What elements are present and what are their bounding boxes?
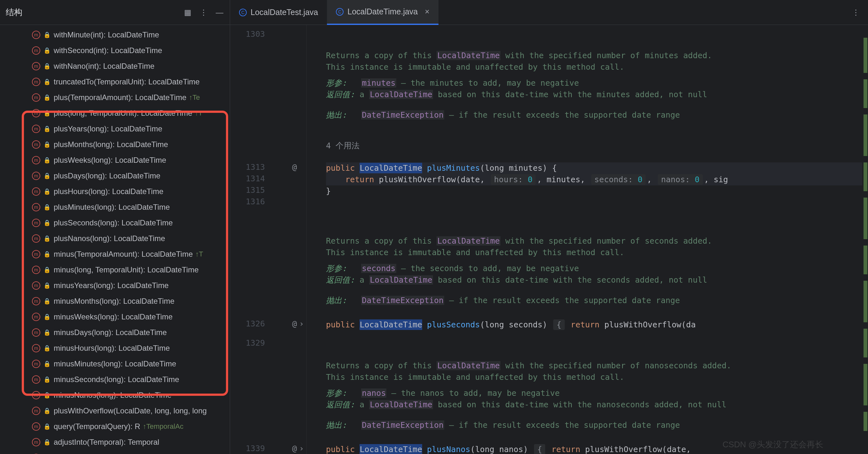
struct-item[interactable]: m 🔒 minus(long, TemporalUnit): LocalDate…	[0, 262, 230, 277]
struct-item[interactable]: m 🔒 withSecond(int): LocalDateTime	[0, 42, 230, 58]
method-icon: m	[32, 297, 40, 305]
struct-item[interactable]: m 🔒 minusSeconds(long): LocalDateTime	[0, 371, 230, 387]
gutter-marker[interactable]: @	[292, 319, 297, 328]
code-line[interactable]: 形参: seconds – the seconds to add, may be…	[326, 263, 868, 274]
code-line[interactable]: This instance is immutable and unaffecte…	[326, 247, 868, 258]
struct-item[interactable]: m 🔒 query(TemporalQuery): R ↑TemporalAc	[0, 419, 230, 434]
method-signature: plusSeconds(long): LocalDateTime	[54, 218, 173, 227]
struct-item[interactable]: m 🔒 plusSeconds(long): LocalDateTime	[0, 215, 230, 231]
gutter-marker[interactable]: @	[292, 162, 297, 172]
code-line[interactable]: 抛出: DateTimeException – if the result ex…	[326, 420, 868, 431]
struct-item[interactable]: m 🔒 plusWeeks(long): LocalDateTime	[0, 152, 230, 168]
struct-item[interactable]: m 🔒 adjustInto(Temporal): Temporal	[0, 434, 230, 450]
override-marker: ↑TemporalAc	[143, 422, 183, 431]
struct-item[interactable]: m 🔒 withMinute(int): LocalDateTime	[0, 27, 230, 42]
method-icon: m	[32, 219, 40, 227]
tab-LocalDateTime.java[interactable]: C LocalDateTime.java ×	[327, 0, 438, 25]
line-number: 1329	[236, 338, 265, 347]
method-icon: m	[32, 360, 40, 368]
struct-item[interactable]: m 🔒 plusMonths(long): LocalDateTime	[0, 137, 230, 152]
code-line[interactable]: 返回值: a LocalDateTime based on this date-…	[326, 89, 868, 100]
lock-icon: 🔒	[43, 329, 51, 336]
fold-icon[interactable]: ›	[299, 444, 304, 453]
method-icon: m	[32, 109, 40, 117]
method-icon: m	[32, 31, 40, 39]
method-signature: minusSeconds(long): LocalDateTime	[54, 375, 179, 384]
code-line[interactable]: 返回值: a LocalDateTime based on this date-…	[326, 274, 868, 286]
method-signature: plusYears(long): LocalDateTime	[54, 124, 162, 133]
method-signature: minusMinutes(long): LocalDateTime	[54, 359, 176, 368]
struct-item[interactable]: m 🔒 truncatedTo(TemporalUnit): LocalDate…	[0, 74, 230, 90]
code-line[interactable]: This instance is immutable and unaffecte…	[326, 61, 868, 73]
struct-item[interactable]: m 🔒 until(Temporal, TemporalUnit): long …	[0, 450, 230, 454]
code-line[interactable]: Returns a copy of this LocalDateTime wit…	[326, 360, 868, 371]
struct-item[interactable]: m 🔒 minusDays(long): LocalDateTime	[0, 325, 230, 340]
tab-bar: C LocalDateTest.java C LocalDateTime.jav…	[230, 0, 868, 25]
code-line[interactable]: 4 个用法	[326, 140, 868, 152]
struct-item[interactable]: m 🔒 minusMonths(long): LocalDateTime	[0, 293, 230, 309]
tab-more-icon[interactable]: ⋮	[851, 8, 860, 17]
line-number: 1313	[236, 162, 265, 172]
code-line[interactable]: 抛出: DateTimeException – if the result ex…	[326, 295, 868, 306]
code-line[interactable]: return plusWithOverflow(date, hours: 0, …	[326, 174, 868, 185]
struct-item[interactable]: m 🔒 minus(TemporalAmount): LocalDateTime…	[0, 246, 230, 262]
method-icon: m	[32, 375, 40, 384]
struct-item[interactable]: m 🔒 plusDays(long): LocalDateTime	[0, 168, 230, 183]
tab-LocalDateTest.java[interactable]: C LocalDateTest.java	[230, 0, 327, 25]
code-line[interactable]: public LocalDateTime plusNanos(long nano…	[326, 444, 868, 454]
close-icon[interactable]: ×	[425, 7, 430, 16]
lock-icon: 🔒	[43, 251, 51, 258]
code-line[interactable]: public LocalDateTime plusSeconds(long se…	[326, 319, 868, 331]
struct-item[interactable]: m 🔒 plus(long, TemporalUnit): LocalDateT…	[0, 105, 230, 121]
lock-icon: 🔒	[43, 407, 51, 414]
struct-item[interactable]: m 🔒 minusMinutes(long): LocalDateTime	[0, 356, 230, 371]
lock-icon: 🔒	[43, 313, 51, 320]
lock-icon: 🔒	[43, 266, 51, 273]
lock-icon: 🔒	[43, 125, 51, 132]
structure-list[interactable]: m 🔒 withMinute(int): LocalDateTime m 🔒 w…	[0, 25, 230, 454]
struct-item[interactable]: m 🔒 plusNanos(long): LocalDateTime	[0, 231, 230, 246]
struct-item[interactable]: m 🔒 plusYears(long): LocalDateTime	[0, 121, 230, 137]
method-icon: m	[32, 313, 40, 321]
method-signature: minusDays(long): LocalDateTime	[54, 328, 167, 337]
struct-item[interactable]: m 🔒 plus(TemporalAmount): LocalDateTime …	[0, 90, 230, 105]
sidebar-title: 结构	[6, 7, 22, 18]
struct-item[interactable]: m 🔒 minusHours(long): LocalDateTime	[0, 340, 230, 356]
line-number: 1316	[236, 197, 265, 206]
minimize-icon[interactable]: —	[215, 8, 224, 17]
minimap[interactable]	[862, 25, 868, 454]
method-icon: m	[32, 140, 40, 149]
lock-icon: 🔒	[43, 47, 51, 54]
method-signature: withSecond(int): LocalDateTime	[54, 46, 162, 55]
lock-icon: 🔒	[43, 188, 51, 195]
override-marker: ↑Te	[189, 93, 200, 102]
struct-item[interactable]: m 🔒 plusWithOverflow(LocalDate, long, lo…	[0, 403, 230, 419]
gutter[interactable]: 13031313131413151316132613291339@@@››	[230, 25, 307, 454]
method-icon: m	[32, 62, 40, 70]
code-area[interactable]: Returns a copy of this LocalDateTime wit…	[307, 25, 868, 454]
gutter-marker[interactable]: @	[292, 444, 297, 453]
struct-item[interactable]: m 🔒 plusHours(long): LocalDateTime	[0, 183, 230, 199]
code-line[interactable]: Returns a copy of this LocalDateTime wit…	[326, 235, 868, 247]
more-icon[interactable]: ⋮	[199, 8, 208, 17]
code-line[interactable]: }	[326, 185, 868, 197]
struct-item[interactable]: m 🔒 minusYears(long): LocalDateTime	[0, 277, 230, 293]
struct-item[interactable]: m 🔒 withNano(int): LocalDateTime	[0, 58, 230, 74]
structure-sidebar: 结构 ▦ ⋮ — m 🔒 withMinute(int): LocalDateT…	[0, 0, 230, 454]
struct-item[interactable]: m 🔒 plusMinutes(long): LocalDateTime	[0, 199, 230, 215]
method-signature: plusMinutes(long): LocalDateTime	[54, 203, 170, 212]
struct-item[interactable]: m 🔒 minusNanos(long): LocalDateTime	[0, 387, 230, 403]
code-line[interactable]: 形参: minutes – the minutes to add, may be…	[326, 78, 868, 89]
code-line[interactable]: This instance is immutable and unaffecte…	[326, 371, 868, 383]
fold-icon[interactable]: ›	[299, 319, 304, 328]
method-signature: minus(TemporalAmount): LocalDateTime	[54, 250, 193, 259]
code-line[interactable]: Returns a copy of this LocalDateTime wit…	[326, 50, 868, 61]
struct-item[interactable]: m 🔒 minusWeeks(long): LocalDateTime	[0, 309, 230, 325]
lock-icon: 🔒	[43, 31, 51, 38]
grid-icon[interactable]: ▦	[183, 8, 192, 17]
code-line[interactable]: public LocalDateTime plusMinutes(long mi…	[326, 162, 868, 174]
code-line[interactable]: 返回值: a LocalDateTime based on this date-…	[326, 399, 868, 411]
lock-icon: 🔒	[43, 141, 51, 148]
code-line[interactable]: 形参: nanos – the nanos to add, may be neg…	[326, 388, 868, 399]
code-line[interactable]: 抛出: DateTimeException – if the result ex…	[326, 109, 868, 121]
